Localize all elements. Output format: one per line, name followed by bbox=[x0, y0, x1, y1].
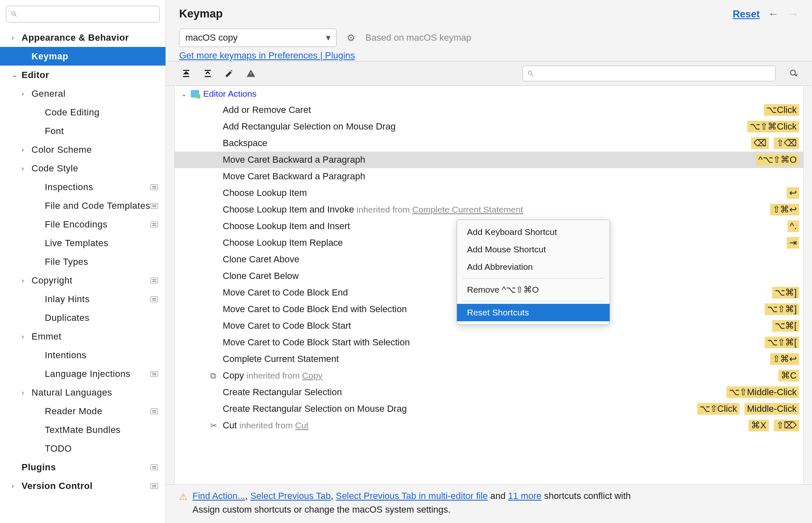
settings-tree[interactable]: ›Appearance & BehaviorKeymap⌄Editor›Gene… bbox=[0, 26, 165, 523]
sidebar-item[interactable]: ›Code Style bbox=[0, 159, 165, 178]
chevron-icon: › bbox=[22, 389, 27, 397]
actions-toolbar bbox=[166, 61, 812, 86]
action-row[interactable]: Choose Lookup Item↩ bbox=[175, 185, 803, 201]
action-row[interactable]: Move Caret Backward a Paragraph bbox=[175, 168, 803, 185]
sidebar-item[interactable]: Language Injections bbox=[0, 364, 165, 383]
main-panel: Keymap Reset ← → macOS copy ▾ ⚙ Based on… bbox=[166, 0, 812, 523]
shortcut-badges: ⌥⇧⌘[ bbox=[765, 337, 799, 348]
keymap-dropdown[interactable]: macOS copy ▾ bbox=[179, 29, 337, 47]
action-row[interactable]: Complete Current Statement⇧⌘↩ bbox=[175, 351, 803, 367]
group-header[interactable]: ⌄ Editor Actions bbox=[175, 86, 803, 102]
sidebar-item[interactable]: ›General bbox=[0, 84, 165, 103]
warning-icon[interactable] bbox=[244, 66, 258, 81]
context-menu-item[interactable]: Add Keyboard Shortcut bbox=[457, 223, 610, 241]
edit-icon[interactable] bbox=[222, 66, 236, 81]
sidebar-item-label: Copyright bbox=[32, 275, 73, 286]
sidebar-item[interactable]: Inspections bbox=[0, 178, 165, 196]
conflict-footer: ⚠ Find Action..., Select Previous Tab, S… bbox=[166, 484, 812, 523]
actions-list[interactable]: ⌄ Editor Actions Add or Remove Caret⌥Cli… bbox=[174, 86, 804, 484]
shortcut-badge: Middle-Click bbox=[744, 403, 799, 415]
action-label: Move Caret to Code Block Start with Sele… bbox=[223, 337, 410, 348]
sidebar-item[interactable]: ›Copyright bbox=[0, 271, 165, 290]
page-header: Keymap Reset ← → bbox=[166, 0, 812, 25]
sidebar-item[interactable]: Font bbox=[0, 122, 165, 140]
action-label: Clone Caret Below bbox=[223, 271, 299, 281]
sidebar-item[interactable]: TextMate Bundles bbox=[0, 420, 165, 439]
sidebar-item[interactable]: Keymap bbox=[0, 47, 165, 66]
action-row[interactable]: Add or Remove Caret⌥Click bbox=[175, 102, 803, 118]
shortcut-badges: ⌥⌘] bbox=[772, 287, 799, 298]
sidebar-item[interactable]: Code Editing bbox=[0, 103, 165, 122]
action-row[interactable]: Create Rectangular Selection on Mouse Dr… bbox=[175, 401, 803, 417]
sidebar-item[interactable]: ›Emmet bbox=[0, 327, 165, 346]
sidebar-search[interactable] bbox=[6, 6, 160, 22]
expand-all-icon[interactable] bbox=[179, 66, 193, 81]
context-menu-item[interactable]: Remove ^⌥⇧⌘O bbox=[457, 281, 610, 298]
sidebar-item-label: Reader Mode bbox=[45, 406, 102, 417]
shortcut-badges: ⌥Click bbox=[764, 104, 799, 116]
conflict-link[interactable]: 11 more bbox=[508, 491, 542, 501]
sidebar-item[interactable]: Live Templates bbox=[0, 234, 165, 252]
sidebar-item[interactable]: Reader Mode bbox=[0, 402, 165, 420]
sidebar-search-input[interactable] bbox=[20, 10, 155, 19]
action-label: Choose Lookup Item bbox=[223, 188, 307, 198]
find-by-shortcut-icon[interactable] bbox=[789, 68, 799, 78]
sidebar-item[interactable]: ›Version Control bbox=[0, 477, 165, 495]
action-label: Cut bbox=[223, 420, 237, 431]
context-menu-item[interactable]: Reset Shortcuts bbox=[457, 304, 610, 321]
action-label: Move Caret Backward a Paragraph bbox=[223, 154, 365, 165]
action-label: Choose Lookup Item and Insert bbox=[223, 221, 350, 232]
action-row[interactable]: Backspace⌫⇧⌫ bbox=[175, 135, 803, 152]
action-row[interactable]: Add Rectangular Selection on Mouse Drag⌥… bbox=[175, 118, 803, 135]
sidebar-item[interactable]: Plugins bbox=[0, 458, 165, 477]
sidebar-item-label: Code Style bbox=[32, 163, 78, 174]
gear-icon[interactable]: ⚙ bbox=[347, 32, 355, 44]
sidebar-item[interactable]: Intentions bbox=[0, 346, 165, 364]
action-row[interactable]: Choose Lookup Item and Invoke inherited … bbox=[175, 201, 803, 218]
sidebar-item[interactable]: ›Natural Languages bbox=[0, 383, 165, 402]
sidebar-item[interactable]: TODO bbox=[0, 439, 165, 458]
chevron-icon: › bbox=[22, 146, 27, 154]
sidebar-item-label: Inlay Hints bbox=[45, 294, 90, 305]
action-row[interactable]: Move Caret Backward a Paragraph^⌥⇧⌘O bbox=[175, 152, 803, 168]
scope-tag-icon bbox=[151, 464, 158, 470]
actions-search[interactable] bbox=[523, 66, 776, 81]
sidebar-item-label: Live Templates bbox=[45, 238, 108, 249]
shortcut-badge: ⌥Click bbox=[764, 104, 799, 116]
shortcut-badge: ^⌥⇧⌘O bbox=[756, 154, 799, 166]
context-menu[interactable]: Add Keyboard ShortcutAdd Mouse ShortcutA… bbox=[457, 220, 610, 325]
shortcut-badges: ⌫⇧⌫ bbox=[751, 137, 799, 149]
conflict-link[interactable]: Find Action... bbox=[192, 491, 245, 501]
sidebar-item[interactable]: File Encodings bbox=[0, 215, 165, 234]
conflict-link[interactable]: Select Previous Tab bbox=[250, 491, 331, 501]
inherited-from: inherited from Cut bbox=[239, 420, 309, 430]
collapse-all-icon[interactable] bbox=[201, 66, 215, 81]
action-label: Create Rectangular Selection bbox=[223, 387, 342, 398]
shortcut-badge: ⇧⌘↩ bbox=[770, 353, 799, 365]
action-label: Choose Lookup Item and Invoke bbox=[223, 204, 354, 215]
back-icon[interactable]: ← bbox=[768, 7, 779, 20]
sidebar-item[interactable]: ›Appearance & Behavior bbox=[0, 28, 165, 47]
reset-button[interactable]: Reset bbox=[733, 8, 760, 20]
sidebar-item[interactable]: ›Color Scheme bbox=[0, 140, 165, 159]
sidebar-item[interactable]: File Types bbox=[0, 252, 165, 271]
action-row[interactable]: ✂Cut inherited from Cut⌘X⇧⌦ bbox=[175, 417, 803, 434]
based-on-label: Based on macOS keymap bbox=[365, 32, 472, 43]
conflict-link[interactable]: Select Previous Tab in multi-editor file bbox=[336, 491, 488, 501]
action-label: Add Rectangular Selection on Mouse Drag bbox=[223, 121, 396, 132]
sidebar-item[interactable]: ⌄Editor bbox=[0, 66, 165, 84]
shortcut-badge: ↩ bbox=[787, 187, 799, 199]
action-row[interactable]: Create Rectangular Selection⌥⇧Middle-Cli… bbox=[175, 384, 803, 401]
context-menu-item[interactable]: Add Abbreviation bbox=[457, 258, 610, 276]
action-row[interactable]: Move Caret to Code Block Start with Sele… bbox=[175, 334, 803, 351]
shortcut-badge: ⇧⌫ bbox=[774, 137, 799, 149]
sidebar-item-label: General bbox=[32, 88, 66, 99]
forward-icon: → bbox=[788, 7, 799, 20]
sidebar-item[interactable]: Inlay Hints bbox=[0, 290, 165, 308]
sidebar-item[interactable]: File and Code Templates bbox=[0, 196, 165, 215]
actions-search-input[interactable] bbox=[537, 69, 771, 78]
sidebar-item[interactable]: Duplicates bbox=[0, 308, 165, 327]
context-menu-item[interactable]: Add Mouse Shortcut bbox=[457, 241, 610, 258]
chevron-icon: › bbox=[22, 90, 27, 98]
action-row[interactable]: ⧉Copy inherited from Copy⌘C bbox=[175, 367, 803, 384]
